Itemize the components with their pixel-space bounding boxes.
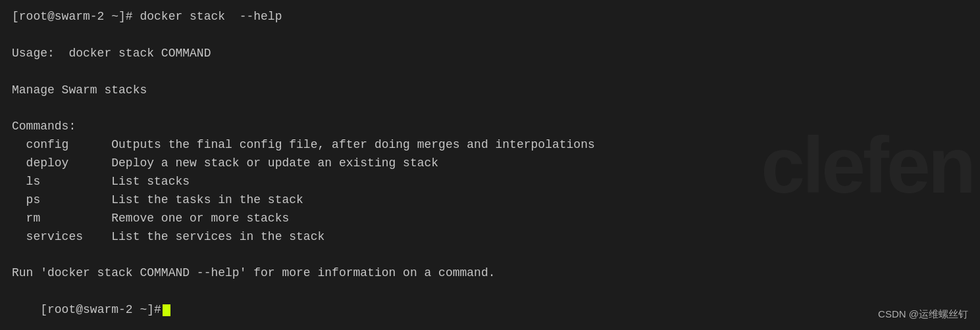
blank-line-2	[12, 63, 968, 82]
cmd-ls: ls List stacks	[12, 173, 968, 191]
terminal-window: clefen [root@swarm-2 ~]# docker stack --…	[0, 0, 980, 330]
cmd-rm: rm Remove one or more stacks	[12, 210, 968, 228]
blank-line-3	[12, 99, 968, 118]
commands-header: Commands:	[12, 118, 968, 136]
cmd-config: config Outputs the final config file, af…	[12, 136, 968, 154]
cursor	[163, 304, 170, 316]
run-help-line: Run 'docker stack COMMAND --help' for mo…	[12, 264, 968, 283]
usage-line: Usage: docker stack COMMAND	[12, 45, 968, 63]
prompt-end-text: [root@swarm-2 ~]#	[40, 303, 161, 316]
cmd-ps: ps List the tasks in the stack	[12, 191, 968, 210]
blank-line-4	[12, 247, 968, 265]
cmd-services: services List the services in the stack	[12, 228, 968, 247]
description-line: Manage Swarm stacks	[12, 82, 968, 100]
csdn-badge: CSDN @运维螺丝钉	[878, 308, 968, 321]
prompt-line: [root@swarm-2 ~]# docker stack --help	[12, 8, 968, 26]
prompt-end-line: [root@swarm-2 ~]#	[12, 283, 968, 330]
cmd-deploy: deploy Deploy a new stack or update an e…	[12, 154, 968, 173]
blank-line-1	[12, 26, 968, 45]
